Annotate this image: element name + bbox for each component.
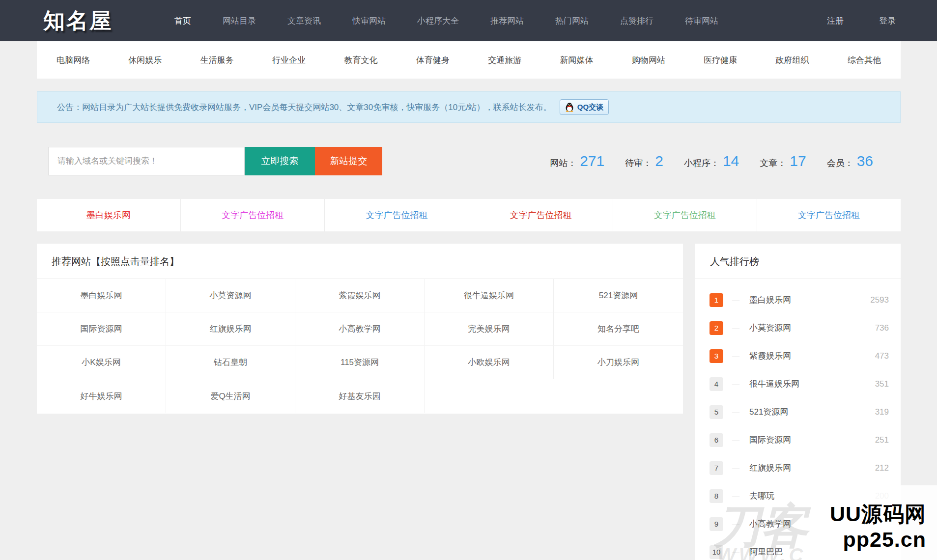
site-logo[interactable]: 知名屋 (43, 6, 113, 35)
rank-badge: 4 (710, 377, 723, 391)
site-link[interactable]: 红旗娱乐网 (166, 312, 295, 346)
site-link[interactable]: 521资源网 (554, 279, 683, 312)
category-travel[interactable]: 交通旅游 (488, 55, 521, 66)
watermark-line2: pp25.cn (830, 527, 926, 552)
dash-separator: — (732, 324, 739, 332)
search-input[interactable] (48, 147, 245, 175)
dash-separator: — (732, 296, 739, 304)
ad-link-1[interactable]: 墨白娱乐网 (37, 199, 181, 231)
site-link[interactable]: 很牛逼娱乐网 (425, 279, 554, 312)
click-count: 2593 (870, 295, 889, 305)
qq-chat-button[interactable]: QQ交谈 (560, 99, 609, 115)
register-link[interactable]: 注册 (827, 15, 844, 27)
rank-badge: 3 (710, 349, 723, 363)
topbar-inner: 知名屋 首页 网站目录 文章资讯 快审网站 小程序大全 推荐网站 热门网站 点赞… (0, 0, 937, 41)
ad-link-6[interactable]: 文字广告位招租 (757, 199, 901, 231)
nav-item-like-ranking[interactable]: 点赞排行 (620, 15, 653, 27)
category-bar: 电脑网络 休闲娱乐 生活服务 行业企业 教育文化 体育健身 交通旅游 新闻媒体 … (37, 41, 901, 79)
submit-site-button[interactable]: 新站提交 (315, 147, 382, 175)
site-link[interactable]: 国际资源网 (37, 312, 166, 346)
nav-item-fast-review-sites[interactable]: 快审网站 (352, 15, 386, 27)
category-computer-network[interactable]: 电脑网络 (57, 55, 90, 66)
announcement-bar: 公告：网站目录为广大站长提供免费收录网站服务，VIP会员每天提交网站30、文章3… (37, 91, 901, 123)
stat-pending: 待审： 2 (625, 153, 663, 169)
rank-badge: 6 (710, 433, 723, 447)
site-link[interactable]: 小莫资源网 (166, 279, 295, 312)
recommended-panel: 推荐网站【按照点击量排名】 墨白娱乐网 小莫资源网 紫霞娱乐网 很牛逼娱乐网 5… (37, 244, 683, 414)
ad-link-4[interactable]: 文字广告位招租 (469, 199, 613, 231)
announcement-text: 公告：网站目录为广大站长提供免费收录网站服务，VIP会员每天提交网站30、文章3… (57, 102, 552, 113)
ranking-title: 人气排行榜 (695, 244, 901, 279)
category-education[interactable]: 教育文化 (344, 55, 377, 66)
rank-badge: 1 (710, 293, 723, 307)
ranking-item[interactable]: 5 — 521资源网 319 (695, 398, 901, 426)
category-news-media[interactable]: 新闻媒体 (560, 55, 594, 66)
category-industry[interactable]: 行业企业 (272, 55, 306, 66)
ranking-item[interactable]: 2 — 小莫资源网 736 (695, 314, 901, 342)
site-link[interactable]: 钻石皇朝 (166, 346, 295, 379)
dash-separator: — (732, 352, 739, 360)
click-count: 319 (875, 407, 889, 417)
site-link[interactable]: 墨白娱乐网 (37, 279, 166, 312)
watermark: UU源码网 pp25.cn (830, 501, 926, 552)
category-health[interactable]: 医疗健康 (704, 55, 737, 66)
site-link[interactable]: 好牛娱乐网 (37, 379, 166, 413)
nav-item-site-directory[interactable]: 网站目录 (223, 15, 256, 27)
category-shopping[interactable]: 购物网站 (632, 55, 665, 66)
empty-cell (425, 379, 554, 413)
site-link[interactable]: 115资源网 (295, 346, 425, 379)
nav-item-pending-sites[interactable]: 待审网站 (685, 15, 718, 27)
ranking-item[interactable]: 6 — 国际资源网 251 (695, 426, 901, 454)
ranking-item[interactable]: 7 — 红旗娱乐网 212 (695, 454, 901, 482)
qq-penguin-icon (565, 102, 574, 112)
stat-websites: 网站： 271 (550, 153, 604, 169)
watermark-line1: UU源码网 (830, 501, 926, 527)
category-sports[interactable]: 体育健身 (416, 55, 450, 66)
site-link[interactable]: 小高教学网 (295, 312, 425, 346)
category-government[interactable]: 政府组织 (776, 55, 809, 66)
category-life-services[interactable]: 生活服务 (200, 55, 234, 66)
stat-articles: 文章： 17 (760, 153, 806, 169)
site-link[interactable]: 好基友乐园 (295, 379, 425, 413)
category-leisure[interactable]: 休闲娱乐 (128, 55, 162, 66)
empty-cell (554, 379, 683, 413)
ranking-item[interactable]: 4 — 很牛逼娱乐网 351 (695, 370, 901, 398)
rank-badge: 2 (710, 321, 723, 335)
click-count: 251 (875, 435, 889, 445)
rank-badge: 7 (710, 461, 723, 475)
page: 知名屋 首页 网站目录 文章资讯 快审网站 小程序大全 推荐网站 热门网站 点赞… (0, 0, 937, 560)
ranked-site-name: 国际资源网 (749, 434, 791, 446)
site-link[interactable]: 小欧娱乐网 (425, 346, 554, 379)
topbar: 知名屋 首页 网站目录 文章资讯 快审网站 小程序大全 推荐网站 热门网站 点赞… (0, 0, 937, 41)
site-stats: 网站： 271 待审： 2 小程序： 14 文章： 17 会员： 36 (550, 153, 873, 169)
site-link[interactable]: 小K娱乐网 (37, 346, 166, 379)
ghost-watermark-url: WWW.C (717, 544, 806, 560)
ad-link-5[interactable]: 文字广告位招租 (613, 199, 757, 231)
ranked-site-name: 墨白娱乐网 (749, 294, 791, 306)
ranking-item[interactable]: 1 — 墨白娱乐网 2593 (695, 286, 901, 314)
ad-link-3[interactable]: 文字广告位招租 (325, 199, 469, 231)
category-other[interactable]: 综合其他 (848, 55, 881, 66)
main-nav: 首页 网站目录 文章资讯 快审网站 小程序大全 推荐网站 热门网站 点赞排行 待… (174, 15, 718, 27)
recommended-title: 推荐网站【按照点击量排名】 (37, 244, 683, 279)
login-link[interactable]: 登录 (879, 15, 896, 27)
ranking-item[interactable]: 3 — 紫霞娱乐网 473 (695, 342, 901, 370)
site-link[interactable]: 小刀娱乐网 (554, 346, 683, 379)
search-button[interactable]: 立即搜索 (245, 147, 315, 175)
nav-item-home[interactable]: 首页 (174, 15, 191, 27)
rank-badge: 5 (710, 405, 723, 419)
ad-link-2[interactable]: 文字广告位招租 (181, 199, 325, 231)
nav-item-articles[interactable]: 文章资讯 (287, 15, 321, 27)
nav-item-recommended-sites[interactable]: 推荐网站 (490, 15, 524, 27)
nav-item-hot-sites[interactable]: 热门网站 (555, 15, 589, 27)
dash-separator: — (732, 380, 739, 388)
site-link[interactable]: 爱Q生活网 (166, 379, 295, 413)
nav-item-mini-programs[interactable]: 小程序大全 (417, 15, 459, 27)
stat-mini-programs: 小程序： 14 (684, 153, 739, 169)
ranked-site-name: 红旗娱乐网 (749, 462, 791, 474)
site-link[interactable]: 紫霞娱乐网 (295, 279, 425, 312)
recommended-grid: 墨白娱乐网 小莫资源网 紫霞娱乐网 很牛逼娱乐网 521资源网 国际资源网 红旗… (37, 279, 683, 413)
click-count: 351 (875, 379, 889, 389)
site-link[interactable]: 完美娱乐网 (425, 312, 554, 346)
site-link[interactable]: 知名分享吧 (554, 312, 683, 346)
